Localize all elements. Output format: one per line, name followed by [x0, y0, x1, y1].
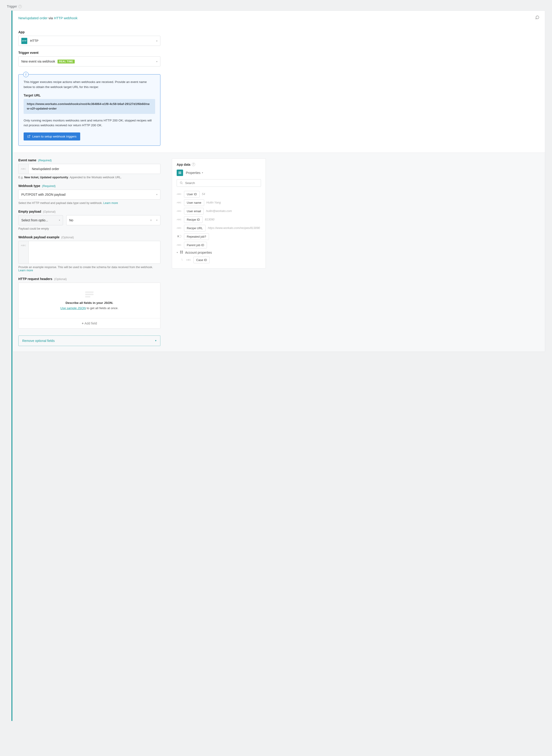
chevron-down-icon: ▾	[156, 60, 157, 63]
clear-icon[interactable]: ×	[150, 218, 152, 222]
datapill[interactable]: Recipe URL	[184, 225, 205, 232]
info-panel: i This trigger executes recipe actions w…	[18, 74, 160, 146]
trigger-card: New/updated order via HTTP webhook App H…	[13, 11, 545, 352]
datapill-row: ABCUser emailhuilin@workato.com	[177, 207, 261, 215]
type-tag: ABC	[177, 227, 182, 229]
trigger-event-label: Trigger event	[18, 51, 160, 54]
webhook-type-help: Select the HTTP method and payload data …	[18, 201, 160, 205]
http-headers-label: HTTP request headers	[18, 277, 52, 281]
svg-rect-11	[180, 251, 181, 252]
chevron-down-icon: ▾	[156, 40, 157, 42]
datapill-sample: Huilin Yang	[206, 201, 261, 204]
datapill-row: ABCUser ID54	[177, 190, 261, 198]
datapill-row: ABCParent job ID	[177, 241, 261, 249]
chevron-down-icon: ▾	[156, 193, 157, 196]
payload-example-label: Webhook payload example	[18, 235, 59, 239]
webhook-type-label: Webhook type	[18, 184, 40, 188]
app-label: App	[18, 30, 160, 34]
datapill-sample: https://www.workato.com/recipes/813090	[208, 226, 261, 230]
type-tag: ABC	[177, 244, 182, 246]
app-select[interactable]: HTTP HTTP ▾	[18, 36, 160, 46]
info-note: Only running recipes monitors webhooks s…	[24, 118, 155, 128]
empty-payload-value-select[interactable]: No × ▾	[66, 215, 160, 225]
svg-rect-12	[182, 251, 183, 252]
svg-rect-3	[85, 296, 90, 297]
learn-setup-button[interactable]: Learn to setup webhook triggers	[24, 132, 80, 140]
payload-example-textarea[interactable]: ABC	[18, 241, 160, 264]
form-icon	[85, 291, 94, 298]
help-icon[interactable]: ?	[192, 163, 195, 166]
webhook-type-select[interactable]: PUT/POST with JSON payload ▾	[18, 189, 160, 199]
svg-rect-2	[85, 294, 94, 295]
datapill-row: Repeated job?	[177, 233, 261, 241]
svg-rect-14	[182, 252, 183, 254]
svg-rect-4	[178, 172, 181, 172]
chevron-down-icon: ▾	[177, 251, 178, 254]
datapill-sample: 813090	[205, 218, 261, 221]
search-input[interactable]	[185, 181, 258, 185]
sample-json-link[interactable]: Use sample JSON	[60, 306, 86, 310]
http-icon: HTTP	[21, 38, 27, 44]
svg-rect-6	[178, 173, 181, 174]
help-icon[interactable]: ?	[18, 5, 22, 8]
http-headers-box: Describe all fields in your JSON. Use sa…	[18, 283, 160, 329]
datapill-case-id[interactable]: Case ID	[193, 257, 210, 263]
grid-icon	[180, 251, 183, 254]
chevron-down-icon: ▾	[202, 171, 203, 174]
app-data-panel: App data ? Properties ▾	[172, 158, 266, 269]
empty-payload-options-select[interactable]: Select from optio... ▾	[18, 215, 63, 225]
target-url-label: Target URL	[24, 94, 155, 97]
svg-line-8	[182, 183, 183, 184]
search-icon	[180, 181, 183, 184]
chevron-down-icon: ▾	[155, 339, 156, 342]
type-tag: ABC	[186, 259, 191, 261]
datapill-row: ABCUser nameHuilin Yang	[177, 198, 261, 207]
datapill[interactable]: Parent job ID	[184, 242, 207, 249]
type-tag	[177, 235, 182, 238]
learn-more-link[interactable]: Learn more	[103, 201, 118, 205]
svg-rect-1	[85, 292, 94, 293]
datapill[interactable]: Repeated job?	[184, 233, 209, 240]
step-rail	[7, 11, 13, 721]
trigger-event-select[interactable]: New event via webhook REAL TIME ▾	[18, 56, 160, 66]
add-field-button[interactable]: +Add field	[19, 318, 160, 328]
datapill[interactable]: User ID	[184, 191, 199, 197]
empty-payload-label: Empty payload	[18, 210, 41, 213]
type-tag: ABC	[177, 193, 182, 195]
type-tag: ABC	[177, 210, 182, 212]
properties-dropdown[interactable]: Properties ▾	[186, 171, 203, 175]
properties-icon	[177, 170, 183, 176]
svg-point-7	[180, 182, 182, 184]
learn-more-link[interactable]: Learn more	[18, 269, 33, 272]
page-title: Trigger	[7, 5, 17, 8]
chevron-down-icon: ▾	[59, 219, 60, 221]
trigger-title: New/updated order via HTTP webhook	[18, 16, 78, 20]
datapill[interactable]: User email	[184, 208, 204, 214]
app-data-search[interactable]	[177, 179, 261, 187]
comment-icon[interactable]	[535, 15, 539, 21]
event-name-label: Event name	[18, 158, 36, 162]
datapill-sample: 54	[202, 192, 261, 196]
datapill[interactable]: Recipe ID	[184, 216, 202, 223]
svg-line-0	[29, 135, 30, 137]
datapill-row: ABCRecipe URLhttps://www.workato.com/rec…	[177, 224, 261, 233]
app-data-title: App data	[177, 163, 190, 166]
abc-type-icon: ABC	[19, 164, 29, 174]
realtime-badge: REAL TIME	[57, 59, 75, 63]
abc-type-icon: ABC	[19, 241, 29, 264]
tree-branch-icon: └	[181, 258, 183, 262]
svg-rect-5	[178, 173, 181, 173]
type-tag: ABC	[177, 201, 182, 204]
event-name-help: E.g. New ticket, Updated opportunity. Ap…	[18, 176, 160, 179]
info-icon: i	[23, 72, 29, 77]
datapill[interactable]: User name	[184, 199, 204, 206]
account-properties-row[interactable]: ▾ Account properties	[177, 249, 261, 256]
payload-example-help: Provide an example response. This will b…	[18, 266, 160, 272]
empty-payload-help: Payload could be empty	[18, 227, 160, 230]
datapill-sample: huilin@workato.com	[206, 209, 261, 213]
remove-optional-fields[interactable]: Remove optional fields ▾	[18, 335, 160, 346]
account-props-child: └ ABC Case ID	[181, 257, 261, 263]
datapill-row: ABCRecipe ID813090	[177, 215, 261, 224]
target-url-box[interactable]: https://www.workato.com/webhooks/rest/4c…	[24, 99, 155, 114]
event-name-input[interactable]: ABC New/updated order	[18, 164, 160, 174]
